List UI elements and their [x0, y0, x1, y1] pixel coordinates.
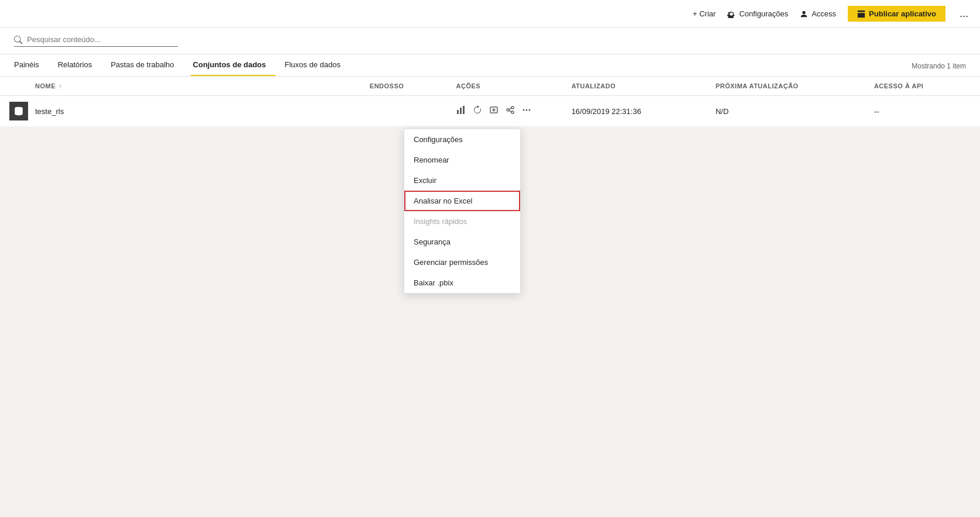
more-button[interactable]: ...: [957, 8, 971, 20]
dropdown-seguranca[interactable]: Segurança: [404, 232, 520, 252]
col-atualizado: ATUALIZADO: [562, 77, 706, 96]
col-proxima: PRÓXIMA ATUALIZAÇÃO: [706, 77, 865, 96]
publish-button[interactable]: Publicar aplicativo: [848, 6, 945, 22]
cell-atualizado: 16/09/2019 22:31:36: [562, 96, 706, 127]
cell-acoes: [447, 96, 562, 127]
table-row: teste_rls: [0, 96, 980, 127]
tab-pastas[interactable]: Pastas de trabalho: [108, 54, 183, 76]
col-nome: NOME ↑: [0, 77, 360, 96]
refresh-icon[interactable]: [473, 105, 482, 117]
svg-rect-1: [858, 13, 865, 18]
svg-point-13: [525, 109, 527, 111]
gear-icon: [727, 10, 735, 18]
configuracoes-label: Configurações: [739, 9, 788, 18]
analytics-icon[interactable]: [456, 105, 466, 117]
svg-point-14: [528, 109, 530, 111]
more-actions-icon[interactable]: [522, 105, 531, 117]
showing-label: Mostrando 1 item: [912, 62, 966, 70]
access-button[interactable]: Access: [800, 9, 836, 18]
share-icon[interactable]: [489, 105, 498, 117]
sort-icon: ↑: [59, 83, 63, 89]
svg-line-11: [509, 111, 511, 112]
svg-rect-0: [858, 10, 865, 12]
tab-paineis[interactable]: Painéis: [14, 54, 49, 76]
tab-relatorios[interactable]: Relatórios: [56, 54, 102, 76]
search-icon: [14, 36, 22, 44]
topbar: + Criar Configurações Access Publicar ap…: [0, 0, 980, 28]
svg-rect-5: [463, 106, 465, 114]
dropdown-excluir[interactable]: Excluir: [404, 170, 520, 191]
search-wrap: [14, 35, 178, 47]
col-acesso: ACESSO À API: [865, 77, 980, 96]
main-content: NOME ↑ ENDOSSO AÇÕES ATUALIZADO PRÓXIMA …: [0, 77, 980, 127]
search-input[interactable]: [27, 35, 167, 44]
criar-label: + Criar: [693, 9, 716, 18]
dataset-icon: [9, 102, 28, 120]
publish-icon: [857, 10, 865, 18]
access-label: Access: [811, 9, 836, 18]
searchbar: [0, 28, 980, 54]
svg-point-8: [511, 106, 514, 109]
svg-rect-3: [457, 110, 459, 114]
data-table: NOME ↑ ENDOSSO AÇÕES ATUALIZADO PRÓXIMA …: [0, 77, 980, 127]
dropdown-insights: Insights rápidos: [404, 211, 520, 232]
col-endosso: ENDOSSO: [360, 77, 447, 96]
svg-rect-4: [460, 108, 462, 114]
nav-tabs: Painéis Relatórios Pastas de trabalho Co…: [0, 54, 980, 77]
cell-acesso: --: [865, 96, 980, 127]
dropdown-permissoes[interactable]: Gerenciar permissões: [404, 252, 520, 273]
dropdown-configuracoes[interactable]: Configurações: [404, 129, 520, 150]
dropdown-baixar[interactable]: Baixar .pbix: [404, 273, 520, 293]
publish-label: Publicar aplicativo: [869, 9, 936, 18]
dropdown-analisar[interactable]: Analisar no Excel: [404, 191, 520, 211]
tab-fluxos[interactable]: Fluxos de dados: [283, 54, 350, 76]
person-icon: [800, 10, 808, 18]
row-name: teste_rls: [35, 107, 64, 116]
dropdown-menu: Configurações Renomear Excluir Analisar …: [404, 129, 521, 294]
database-icon: [13, 106, 24, 116]
configuracoes-button[interactable]: Configurações: [727, 9, 788, 18]
topbar-actions: + Criar Configurações Access Publicar ap…: [693, 6, 971, 22]
svg-line-10: [509, 108, 511, 109]
svg-point-12: [522, 109, 524, 111]
connect-icon[interactable]: [506, 105, 515, 117]
cell-endosso: [360, 96, 447, 127]
cell-proxima: N/D: [706, 96, 865, 127]
table-header-row: NOME ↑ ENDOSSO AÇÕES ATUALIZADO PRÓXIMA …: [0, 77, 980, 96]
action-icons: [456, 105, 553, 117]
tab-conjuntos[interactable]: Conjuntos de dados: [191, 54, 276, 76]
cell-nome: teste_rls: [0, 96, 360, 126]
col-acoes: AÇÕES: [447, 77, 562, 96]
svg-point-7: [507, 109, 509, 111]
criar-button[interactable]: + Criar: [693, 9, 716, 18]
svg-point-9: [511, 111, 514, 113]
dropdown-renomear[interactable]: Renomear: [404, 150, 520, 170]
